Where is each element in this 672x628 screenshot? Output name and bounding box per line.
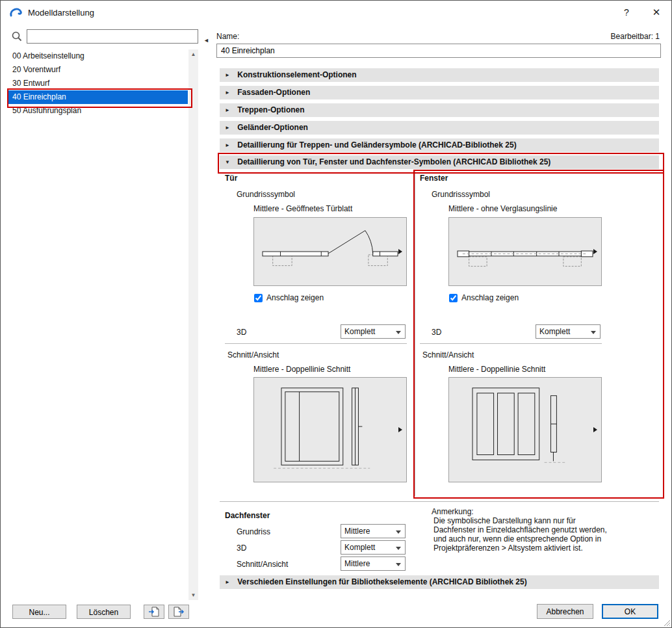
- chevron-down-icon: [396, 530, 401, 534]
- combo-value: Mittlere: [344, 527, 370, 536]
- fenster-anschlag-checkbox[interactable]: Anschlag zeigen: [449, 293, 519, 302]
- chevron-right-icon: ►: [225, 90, 230, 96]
- scroll-down-icon[interactable]: ▼: [188, 592, 198, 598]
- collapse-panel-icon[interactable]: ◄: [203, 37, 209, 44]
- combo-value: Komplett: [539, 327, 570, 336]
- sidebar-item-einreichplan[interactable]: 40 Einreichplan: [8, 90, 188, 104]
- sidebar-item-arbeitseinstellung[interactable]: 00 Arbeitseinstellung: [8, 49, 188, 63]
- dachfenster-heading: Dachfenster: [225, 511, 270, 520]
- chevron-down-icon: ▼: [225, 159, 230, 165]
- window-title: Modelldarstellung: [28, 8, 94, 18]
- chevron-down-icon: [396, 331, 401, 334]
- divider: [420, 343, 602, 344]
- chevron-right-icon: ►: [225, 125, 230, 131]
- dachfenster-schnitt-select[interactable]: Mittlere: [341, 556, 406, 571]
- editable-count-label: Bearbeitbar: 1: [611, 32, 660, 41]
- flyout-arrow-icon[interactable]: [593, 427, 597, 432]
- section-detaillierung-tuer-fenster-dachfenster[interactable]: ▼ Detaillierung von Tür, Fenster und Dac…: [220, 155, 659, 169]
- view-set-list: 00 Arbeitseinstellung 20 Vorentwurf 30 E…: [8, 49, 188, 118]
- tuer-3d-select[interactable]: Komplett: [341, 324, 406, 339]
- note-line: und auch nur, wenn die entsprechende Opt…: [433, 534, 601, 543]
- delete-button[interactable]: Löschen: [77, 605, 131, 619]
- fenster-grundriss-preview[interactable]: [448, 217, 602, 286]
- export-settings-button[interactable]: [168, 605, 189, 619]
- section-label: Konstruktionselement-Optionen: [237, 70, 356, 79]
- section-detaillierung-treppen-gelaender[interactable]: ► Detaillierung für Treppen- und Gelände…: [220, 138, 659, 152]
- fenster-3d-select[interactable]: Komplett: [536, 324, 601, 339]
- section-gelaender-optionen[interactable]: ► Geländer-Optionen: [220, 121, 659, 135]
- tuer-grundriss-preview[interactable]: [253, 217, 407, 286]
- section-label: Fassaden-Optionen: [237, 88, 310, 97]
- flyout-arrow-icon[interactable]: [398, 249, 402, 254]
- column-divider: [415, 171, 415, 496]
- sidebar-item-ausfuehrungsplan[interactable]: 50 Ausführungsplan: [8, 104, 188, 118]
- note-line: Projektpräferenzen > Altsystem aktiviert…: [433, 543, 583, 553]
- new-button[interactable]: Neu...: [12, 605, 66, 619]
- section-label: Geländer-Optionen: [237, 123, 308, 132]
- checkbox-label: Anschlag zeigen: [461, 293, 519, 302]
- flyout-arrow-icon[interactable]: [398, 427, 402, 432]
- fenster-schnitt-preview[interactable]: [448, 377, 602, 482]
- tuer-anschlag-checkbox[interactable]: Anschlag zeigen: [254, 293, 324, 302]
- divider: [220, 501, 659, 502]
- section-label: Detaillierung für Treppen- und Geländers…: [237, 140, 516, 150]
- import-settings-button[interactable]: [144, 605, 164, 619]
- fenster-3d-label: 3D: [432, 328, 441, 337]
- resize-grip[interactable]: [662, 618, 670, 626]
- section-konstruktionselement-optionen[interactable]: ► Konstruktionselement-Optionen: [220, 68, 659, 82]
- combo-value: Komplett: [344, 543, 375, 552]
- search-input[interactable]: [27, 29, 198, 44]
- tuer-schnitt-label: Schnitt/Ansicht: [227, 350, 279, 360]
- chevron-right-icon: ►: [225, 72, 230, 78]
- chevron-down-icon: [396, 563, 401, 566]
- fenster-schnitt-label: Schnitt/Ansicht: [422, 350, 474, 360]
- note-line: Dachfenster in Einzeldachflächen genutzt…: [433, 525, 607, 534]
- combo-value: Komplett: [344, 327, 375, 336]
- tuer-heading: Tür: [225, 174, 237, 183]
- flyout-arrow-icon[interactable]: [593, 249, 597, 254]
- close-button[interactable]: ✕: [645, 5, 667, 20]
- section-fassaden-optionen[interactable]: ► Fassaden-Optionen: [220, 86, 659, 99]
- note-title: Anmerkung:: [432, 507, 474, 516]
- section-verschieden-einstellungen[interactable]: ► Verschieden Einstellungen für Biblioth…: [220, 575, 659, 589]
- list-scrollbar[interactable]: ▲ ▼: [188, 49, 198, 600]
- tuer-grundriss-label: Grundrisssymbol: [237, 190, 295, 199]
- sidebar-item-vorentwurf[interactable]: 20 Vorentwurf: [8, 63, 188, 77]
- help-button[interactable]: ?: [615, 5, 638, 20]
- name-label: Name:: [216, 32, 239, 41]
- tuer-3d-label: 3D: [237, 328, 246, 337]
- tuer-schnitt-variant: Mittlere - Doppellinie Schnitt: [253, 365, 350, 374]
- dachfenster-3d-label: 3D: [237, 543, 246, 553]
- section-label: Verschieden Einstellungen für Bibliothek…: [237, 577, 526, 586]
- model-view-options-dialog: Modelldarstellung ? ✕ 00 Arbeitseinstell…: [0, 0, 672, 628]
- tuer-schnitt-preview[interactable]: [253, 377, 407, 482]
- cancel-button[interactable]: Abbrechen: [537, 604, 593, 619]
- combo-value: Mittlere: [344, 559, 370, 568]
- dachfenster-schnitt-label: Schnitt/Ansicht: [237, 560, 288, 569]
- note-line: Die symbolische Darstellung kann nur für: [433, 516, 576, 525]
- fenster-heading: Fenster: [420, 174, 448, 183]
- tuer-grundriss-variant: Mittlere - Geöffnetes Türblatt: [253, 204, 352, 213]
- ok-button[interactable]: OK: [602, 604, 658, 619]
- fenster-grundriss-label: Grundrisssymbol: [432, 190, 490, 199]
- search-icon: [11, 31, 23, 42]
- titlebar: Modelldarstellung ? ✕: [1, 1, 671, 24]
- chevron-down-icon: [591, 331, 596, 334]
- divider: [225, 343, 407, 344]
- checkbox-label: Anschlag zeigen: [266, 293, 324, 302]
- dachfenster-3d-select[interactable]: Komplett: [341, 540, 406, 555]
- name-input[interactable]: [216, 44, 661, 58]
- checkbox-input[interactable]: [449, 294, 458, 302]
- dachfenster-grundriss-select[interactable]: Mittlere: [341, 524, 406, 538]
- sidebar-item-entwurf[interactable]: 30 Entwurf: [8, 77, 188, 90]
- section-treppen-optionen[interactable]: ► Treppen-Optionen: [220, 103, 659, 117]
- archicad-logo-icon: [8, 5, 23, 20]
- chevron-down-icon: [396, 547, 401, 550]
- chevron-right-icon: ►: [225, 579, 230, 585]
- checkbox-input[interactable]: [254, 294, 263, 302]
- chevron-right-icon: ►: [225, 142, 230, 148]
- scroll-up-icon[interactable]: ▲: [188, 51, 198, 57]
- fenster-schnitt-variant: Mittlere - Doppellinie Schnitt: [448, 365, 545, 374]
- chevron-right-icon: ►: [225, 107, 230, 113]
- fenster-grundriss-variant: Mittlere - ohne Verglasungslinie: [448, 204, 557, 213]
